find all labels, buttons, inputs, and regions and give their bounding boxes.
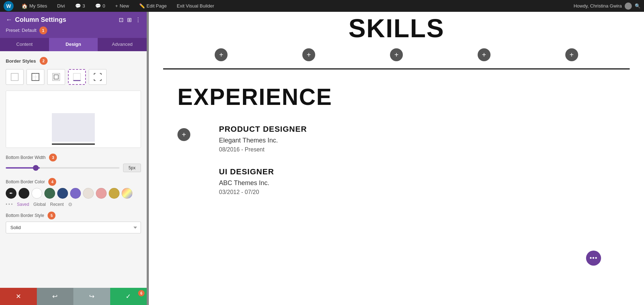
border-preview-box	[6, 91, 141, 148]
comment-icon: 💬	[75, 3, 81, 9]
job-title-1: PRODUCT DESIGNER	[219, 125, 615, 134]
skills-heading: SKILLS	[149, 15, 644, 41]
add-column-5[interactable]: +	[565, 48, 578, 61]
experience-row-1: + PRODUCT DESIGNER Elegant Themes Inc. 0…	[177, 125, 615, 153]
color-swatch-navy[interactable]	[57, 188, 68, 199]
border-option-inside[interactable]	[47, 69, 65, 85]
wordpress-icon[interactable]: W	[4, 1, 14, 11]
border-style-options	[6, 69, 141, 85]
border-option-custom[interactable]	[89, 69, 107, 85]
border-style-select[interactable]: Solid Dashed Dotted Double None	[6, 222, 141, 233]
add-column-4[interactable]: +	[478, 48, 491, 61]
color-swatch-pink[interactable]	[96, 188, 107, 199]
experience-row-2: UI DESIGNER ABC Themes Inc. 03/2012 - 07…	[177, 167, 615, 195]
column-settings-panel: ← Column Settings ⊡ ⊞ ⋮ Preset: Default …	[0, 12, 147, 305]
undo-button[interactable]: ↩	[37, 288, 74, 305]
cancel-button[interactable]: ✕	[0, 288, 37, 305]
redo-icon: ↪	[89, 292, 94, 300]
panel-toolbar: ✕ ↩ ↪ ✓ 6	[0, 288, 147, 305]
save-button[interactable]: ✓ 6	[110, 288, 147, 305]
border-option-all[interactable]	[26, 69, 44, 85]
maximize-icon[interactable]: ⊡	[119, 16, 123, 23]
exit-builder-label: Exit Visual Builder	[177, 3, 214, 9]
border-width-value[interactable]: 5px	[123, 164, 141, 172]
job-company-2: ABC Themes Inc.	[219, 179, 615, 187]
color-picker-button[interactable]: ✒	[6, 188, 16, 199]
panel-title: Column Settings	[15, 16, 116, 24]
experience-details-1: PRODUCT DESIGNER Elegant Themes Inc. 08/…	[219, 125, 615, 153]
preset-row: Preset: Default 1	[0, 26, 147, 38]
dots-icon[interactable]: • • •	[6, 202, 13, 207]
floating-dots-menu[interactable]: •••	[586, 251, 601, 266]
page-content: SKILLS + + + + + EXPERIENCE + PRODUCT DE…	[149, 12, 644, 305]
border-width-slider[interactable]	[6, 167, 119, 169]
color-swatch-beige[interactable]	[83, 188, 94, 199]
bottom-border-color-row: Bottom Border Color 4 ✒	[6, 178, 141, 207]
border-option-none[interactable]	[6, 69, 24, 85]
step-badge-1: 1	[39, 26, 47, 34]
bottom-border-color-label: Bottom Border Color 4	[6, 178, 141, 186]
save-icon: ✓	[126, 292, 131, 300]
border-option-bottom[interactable]	[68, 69, 86, 85]
color-swatch-green[interactable]	[44, 188, 55, 199]
border-styles-label: Border Styles	[6, 58, 36, 64]
grid-icon[interactable]: ⊞	[127, 16, 132, 23]
search-icon[interactable]: 🔍	[635, 3, 640, 9]
recent-label[interactable]: Recent	[50, 202, 64, 207]
color-swatch-black[interactable]	[19, 188, 29, 199]
admin-bar: W 🏠 My Sites Divi 💬 3 💬 0 + New ✏️ Edit …	[0, 0, 644, 12]
experience-section: EXPERIENCE + PRODUCT DESIGNER Elegant Th…	[149, 69, 644, 224]
preview-inner-box	[52, 113, 95, 142]
cancel-icon: ✕	[16, 292, 21, 300]
color-swatch-gold[interactable]	[109, 188, 119, 199]
step-badge-3: 3	[49, 154, 57, 161]
eyedropper-icon: ✒	[9, 191, 13, 196]
tab-design[interactable]: Design	[49, 38, 98, 51]
job-company-1: Elegant Themes Inc.	[219, 137, 615, 144]
color-meta: • • • Saved Global Recent ⚙	[6, 202, 141, 207]
add-column-1[interactable]: +	[215, 48, 228, 61]
main-layout: ← Column Settings ⊡ ⊞ ⋮ Preset: Default …	[0, 12, 644, 305]
comment-zero-icon: 💬	[95, 3, 101, 9]
more-icon[interactable]: ⋮	[135, 16, 141, 23]
my-sites-link[interactable]: 🏠 My Sites	[19, 0, 49, 12]
step-badge-2: 2	[40, 57, 48, 65]
new-link[interactable]: + New	[113, 0, 131, 12]
color-swatch-white[interactable]	[31, 188, 42, 199]
comment-zero-count: 0	[103, 3, 105, 9]
save-step-badge: 6	[138, 290, 145, 296]
color-swatches: ✒	[6, 188, 141, 199]
add-column-3[interactable]: +	[390, 48, 403, 61]
comment-count: 3	[83, 3, 85, 9]
bottom-border-width-row: Bottom Border Width 3 5px	[6, 154, 141, 172]
exit-builder-link[interactable]: Exit Visual Builder	[175, 0, 216, 12]
add-column-2[interactable]: +	[302, 48, 315, 61]
comment-zero-link[interactable]: 💬 0	[93, 0, 107, 12]
admin-bar-right: Howdy, Christina Gwira 🔍	[574, 3, 640, 10]
global-label[interactable]: Global	[33, 202, 46, 207]
panel-tabs: Content Design Advanced	[0, 38, 147, 51]
step-badge-5: 5	[48, 212, 55, 219]
add-experience-1[interactable]: +	[177, 128, 190, 141]
panel-header-icons: ⊡ ⊞ ⋮	[119, 16, 141, 23]
panel-header: ← Column Settings ⊡ ⊞ ⋮	[0, 12, 147, 26]
tab-advanced[interactable]: Advanced	[98, 38, 147, 51]
comments-link[interactable]: 💬 3	[73, 0, 87, 12]
divi-link[interactable]: Divi	[55, 0, 67, 12]
svg-rect-0	[11, 73, 18, 81]
color-swatch-purple[interactable]	[70, 188, 81, 199]
svg-rect-6	[73, 73, 80, 81]
redo-button[interactable]: ↪	[73, 288, 110, 305]
experience-heading: EXPERIENCE	[177, 84, 615, 110]
tab-content[interactable]: Content	[0, 38, 49, 51]
my-sites-label: My Sites	[29, 3, 47, 9]
color-swatch-gradient[interactable]	[122, 188, 132, 199]
edit-page-link[interactable]: ✏️ Edit Page	[137, 0, 169, 12]
step-badge-4: 4	[48, 178, 56, 186]
saved-label[interactable]: Saved	[17, 202, 29, 207]
gear-icon[interactable]: ⚙	[68, 202, 73, 207]
avatar[interactable]	[625, 3, 632, 10]
experience-details-2: UI DESIGNER ABC Themes Inc. 03/2012 - 07…	[219, 167, 615, 195]
new-label: New	[120, 3, 129, 9]
back-icon[interactable]: ←	[6, 16, 12, 24]
